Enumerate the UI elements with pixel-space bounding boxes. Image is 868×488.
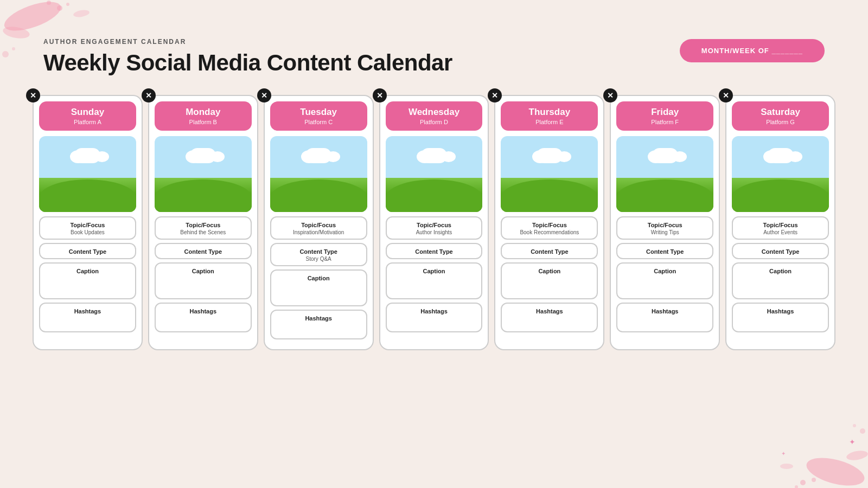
svg-text:✦: ✦ (849, 438, 856, 446)
hashtags-label-saturday: Hashtags (737, 308, 824, 314)
day-column-saturday: ✕ Saturday Platform G Topic/Focus Author… (725, 95, 835, 350)
platform-label-wednesday: Platform D (389, 119, 480, 125)
topic-label-sunday: Topic/Focus (44, 222, 131, 228)
topic-value-tuesday: Inspiration/Motivation (276, 229, 362, 235)
topic-label-tuesday: Topic/Focus (276, 222, 362, 228)
day-name-thursday: Thursday (504, 107, 595, 118)
hill-sunday (39, 179, 136, 212)
topic-box-thursday[interactable]: Topic/Focus Book Recommendations (501, 216, 598, 240)
landscape-image-sunday (39, 136, 136, 212)
topic-box-saturday[interactable]: Topic/Focus Author Events (732, 216, 829, 240)
content-type-box-friday[interactable]: Content Type (616, 243, 713, 259)
close-button-tuesday[interactable]: ✕ (257, 88, 271, 102)
svg-point-10 (800, 480, 806, 485)
svg-point-8 (803, 453, 867, 488)
svg-text:✦: ✦ (781, 451, 786, 457)
day-header-monday: Monday Platform B (155, 101, 252, 131)
platform-label-monday: Platform B (158, 119, 248, 125)
content-type-label-saturday: Content Type (737, 248, 824, 255)
content-type-box-wednesday[interactable]: Content Type (386, 243, 483, 259)
cloud-right-thursday (557, 151, 571, 162)
day-header-sunday: Sunday Platform A (39, 101, 136, 131)
content-type-box-thursday[interactable]: Content Type (501, 243, 598, 259)
close-button-monday[interactable]: ✕ (142, 88, 156, 102)
cloud-right-tuesday (326, 151, 340, 162)
caption-box-monday[interactable]: Caption (155, 262, 252, 299)
caption-box-wednesday[interactable]: Caption (386, 262, 483, 299)
day-column-wednesday: ✕ Wednesday Platform D Topic/Focus Autho… (379, 95, 489, 350)
content-type-box-monday[interactable]: Content Type (155, 243, 252, 259)
topic-box-tuesday[interactable]: Topic/Focus Inspiration/Motivation (270, 216, 367, 240)
content-type-box-sunday[interactable]: Content Type (39, 243, 136, 259)
topic-label-saturday: Topic/Focus (737, 222, 824, 228)
day-header-saturday: Saturday Platform G (732, 101, 829, 131)
hill-wednesday (386, 179, 483, 212)
svg-point-9 (846, 450, 868, 462)
close-button-wednesday[interactable]: ✕ (373, 88, 387, 102)
svg-point-2 (57, 5, 62, 11)
day-name-saturday: Saturday (735, 107, 826, 118)
topic-box-wednesday[interactable]: Topic/Focus Author Insights (386, 216, 483, 240)
platform-label-saturday: Platform G (735, 119, 826, 125)
hashtags-box-thursday[interactable]: Hashtags (501, 303, 598, 332)
caption-label-tuesday: Caption (276, 275, 362, 281)
landscape-image-tuesday (270, 136, 367, 212)
day-name-monday: Monday (158, 107, 248, 118)
cloud-right-friday (673, 151, 687, 162)
topic-box-sunday[interactable]: Topic/Focus Book Updates (39, 216, 136, 240)
close-button-friday[interactable]: ✕ (603, 88, 617, 102)
content-type-box-saturday[interactable]: Content Type (732, 243, 829, 259)
hashtags-box-friday[interactable]: Hashtags (616, 303, 713, 332)
caption-label-wednesday: Caption (391, 268, 477, 274)
platform-label-thursday: Platform E (504, 119, 595, 125)
topic-label-friday: Topic/Focus (622, 222, 708, 228)
calendar-grid: ✕ Sunday Platform A Topic/Focus Book Upd… (33, 95, 835, 350)
close-button-sunday[interactable]: ✕ (26, 88, 40, 102)
hill-friday (616, 179, 713, 212)
caption-box-saturday[interactable]: Caption (732, 262, 829, 299)
hashtags-box-sunday[interactable]: Hashtags (39, 303, 136, 332)
svg-point-13 (780, 464, 793, 469)
landscape-image-thursday (501, 136, 598, 212)
hashtags-box-monday[interactable]: Hashtags (155, 303, 252, 332)
content-type-label-tuesday: Content Type (276, 248, 362, 255)
caption-label-saturday: Caption (737, 268, 824, 274)
landscape-image-saturday (732, 136, 829, 212)
close-button-saturday[interactable]: ✕ (719, 88, 733, 102)
topic-value-friday: Writing Tips (622, 229, 708, 235)
cloud-right-monday (210, 151, 225, 162)
svg-point-14 (860, 428, 865, 434)
content-type-label-friday: Content Type (622, 248, 708, 255)
caption-box-thursday[interactable]: Caption (501, 262, 598, 299)
content-type-value-tuesday: Story Q&A (276, 256, 362, 262)
topic-box-monday[interactable]: Topic/Focus Behind the Scenes (155, 216, 252, 240)
day-name-sunday: Sunday (42, 107, 133, 118)
day-name-friday: Friday (620, 107, 710, 118)
landscape-image-wednesday (386, 136, 483, 212)
hashtags-box-wednesday[interactable]: Hashtags (386, 303, 483, 332)
hashtags-box-saturday[interactable]: Hashtags (732, 303, 829, 332)
caption-label-friday: Caption (622, 268, 708, 274)
svg-point-12 (812, 478, 816, 482)
topic-box-friday[interactable]: Topic/Focus Writing Tips (616, 216, 713, 240)
caption-box-tuesday[interactable]: Caption (270, 269, 367, 306)
caption-box-friday[interactable]: Caption (616, 262, 713, 299)
content-type-label-thursday: Content Type (506, 248, 592, 255)
topic-label-wednesday: Topic/Focus (391, 222, 477, 228)
hashtags-label-tuesday: Hashtags (276, 315, 362, 322)
platform-label-tuesday: Platform C (273, 119, 364, 125)
hill-thursday (501, 179, 598, 212)
close-button-thursday[interactable]: ✕ (488, 88, 502, 102)
week-badge[interactable]: MONTH/WEEK OF _______ (680, 39, 825, 62)
hashtags-box-tuesday[interactable]: Hashtags (270, 310, 367, 339)
hashtags-label-monday: Hashtags (160, 308, 246, 314)
hill-saturday (732, 179, 829, 212)
cloud-right-sunday (95, 151, 109, 162)
platform-label-sunday: Platform A (42, 119, 133, 125)
content-type-box-tuesday[interactable]: Content Type Story Q&A (270, 243, 367, 266)
hashtags-label-wednesday: Hashtags (391, 308, 477, 314)
caption-box-sunday[interactable]: Caption (39, 262, 136, 299)
cloud-right-saturday (788, 151, 802, 162)
ink-splatter-br: ✦ ✦ (749, 401, 868, 488)
svg-point-11 (795, 485, 798, 488)
